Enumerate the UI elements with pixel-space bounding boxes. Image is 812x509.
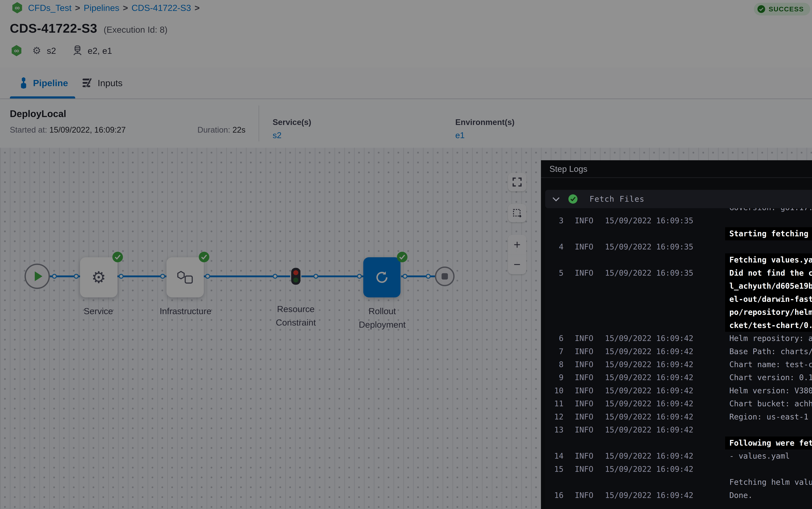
log-row: 5INFO15/09/2022 16:09:35Did not find the…	[545, 267, 812, 332]
log-messages: Fetching values.yaml from helm chart rep…	[729, 240, 812, 267]
log-row: 4INFO15/09/2022 16:09:35Fetching values.…	[545, 240, 812, 267]
log-message-line: Chart bucket: achhelmbucket	[729, 397, 812, 410]
spacer	[541, 178, 812, 190]
log-message-line: Done.	[729, 489, 812, 502]
log-row: 16INFO15/09/2022 16:09:42Done.	[545, 489, 812, 502]
log-message-line: Starting fetching Helm values	[729, 227, 812, 240]
log-message-line: Chart version: 0.1.0	[729, 371, 812, 384]
log-messages: Chart name: test-chart	[729, 358, 812, 371]
log-message-line: - values.yaml	[729, 449, 812, 463]
log-level: INFO	[575, 410, 593, 423]
log-messages: Chart version: 0.1.0	[729, 371, 812, 384]
log-messages: Done.	[729, 489, 812, 502]
log-message-line	[729, 214, 812, 227]
log-message-line: Helm repository: aws-qa-setup-modified	[729, 332, 812, 345]
step-name: Fetch Files	[590, 195, 644, 203]
log-line-number: 14	[545, 449, 563, 463]
log-message-line: Did not find the chart and version in lo…	[725, 267, 812, 332]
log-messages: Starting fetching Helm values	[729, 214, 812, 240]
chevron-down-icon[interactable]	[553, 194, 560, 201]
log-line-number: 3	[545, 214, 563, 227]
log-line-number: 9	[545, 371, 563, 384]
page: ∞ CFDs_Test>Pipelines>CDS-41722-S3> SUCC…	[0, 0, 812, 509]
log-row: 13INFO15/09/2022 16:09:42Following were …	[545, 423, 812, 449]
log-level: INFO	[575, 489, 593, 502]
log-level: INFO	[575, 384, 593, 397]
log-message-line: Fetching helm values completed successfu…	[729, 476, 812, 489]
log-line-number: 6	[545, 332, 563, 345]
log-message-line	[729, 423, 812, 436]
log-body[interactable]: GoVersion:"go1.17.5"}3INFO15/09/2022 16:…	[545, 208, 812, 509]
log-level: INFO	[575, 423, 593, 436]
log-messages: Following were fetched successfully :	[729, 423, 812, 449]
log-messages: Fetching helm values completed successfu…	[729, 463, 812, 489]
step-success-icon	[568, 194, 578, 203]
log-timestamp: 15/09/2022 16:09:42	[605, 397, 693, 410]
log-timestamp: 15/09/2022 16:09:35	[605, 267, 693, 279]
log-timestamp: 15/09/2022 16:09:42	[605, 358, 693, 371]
log-timestamp: 15/09/2022 16:09:35	[605, 240, 693, 253]
log-level: INFO	[575, 371, 593, 384]
log-timestamp: 15/09/2022 16:09:42	[605, 489, 693, 502]
step-logs-header: Step Logs Console View	[541, 160, 812, 178]
log-row: 8INFO15/09/2022 16:09:42Chart name: test…	[545, 358, 812, 371]
log-message-line: Following were fetched successfully :	[729, 437, 812, 449]
log-line-number: 8	[545, 358, 563, 371]
log-messages: Region: us-east-1	[729, 410, 812, 423]
log-message-line: Region: us-east-1	[729, 410, 812, 423]
log-row: 7INFO15/09/2022 16:09:42Base Path: chart…	[545, 345, 812, 358]
log-timestamp: 15/09/2022 16:09:42	[605, 410, 693, 423]
log-messages: Chart bucket: achhelmbucket	[729, 397, 812, 410]
log-line-number: 4	[545, 240, 563, 253]
step-row-fetch-files[interactable]: Fetch Files ↑ ↓ 9s	[545, 190, 812, 208]
check-icon	[570, 197, 576, 201]
log-level: INFO	[575, 449, 593, 463]
log-row: 9INFO15/09/2022 16:09:42Chart version: 0…	[545, 371, 812, 384]
log-level: INFO	[575, 267, 593, 279]
log-message-line: Chart name: test-chart	[729, 358, 812, 371]
log-timestamp: 15/09/2022 16:09:42	[605, 423, 693, 436]
log-row: 15INFO15/09/2022 16:09:42Fetching helm v…	[545, 463, 812, 489]
log-timestamp: 15/09/2022 16:09:42	[605, 449, 693, 463]
log-level: INFO	[575, 463, 593, 476]
log-row: 12INFO15/09/2022 16:09:42Region: us-east…	[545, 410, 812, 423]
log-messages: - values.yaml	[729, 449, 812, 463]
log-highlighted-text: Fetching values.yaml from helm chart rep…	[725, 253, 812, 266]
log-messages: Base Path: charts/	[729, 345, 812, 358]
log-timestamp: 15/09/2022 16:09:42	[605, 345, 693, 358]
log-messages: Helm version: V380	[729, 384, 812, 397]
log-message-line	[729, 240, 812, 253]
log-messages: Helm repository: aws-qa-setup-modified	[729, 332, 812, 345]
log-row: 11INFO15/09/2022 16:09:42Chart bucket: a…	[545, 397, 812, 410]
log-highlighted-text: Following were fetched successfully :	[725, 437, 812, 449]
log-level: INFO	[575, 332, 593, 345]
log-message-line: Base Path: charts/	[729, 345, 812, 358]
log-line-number: 7	[545, 345, 563, 358]
log-level: INFO	[575, 397, 593, 410]
step-logs-title: Step Logs	[549, 164, 587, 174]
log-level: INFO	[575, 214, 593, 227]
log-line-number: 12	[545, 410, 563, 423]
log-timestamp: 15/09/2022 16:09:42	[605, 463, 693, 476]
log-timestamp: 15/09/2022 16:09:42	[605, 332, 693, 345]
step-logs-panel: Step Logs Console View Fetch Files ↑ ↓ 9…	[541, 160, 812, 509]
log-line-number: 15	[545, 463, 563, 476]
log-level: INFO	[575, 358, 593, 371]
log-message-line: Fetching values.yaml from helm chart rep…	[729, 253, 812, 266]
log-level: INFO	[575, 240, 593, 253]
log-line-number: 13	[545, 423, 563, 436]
log-row: 10INFO15/09/2022 16:09:42Helm version: V…	[545, 384, 812, 397]
log-line-number: 5	[545, 267, 563, 279]
log-row: 3INFO15/09/2022 16:09:35Starting fetchin…	[545, 214, 812, 240]
log-line-number: 11	[545, 397, 563, 410]
log-timestamp: 15/09/2022 16:09:42	[605, 371, 693, 384]
log-message-line: Helm version: V380	[729, 384, 812, 397]
log-line-number: 10	[545, 384, 563, 397]
log-line-number: 16	[545, 489, 563, 502]
log-timestamp: 15/09/2022 16:09:42	[605, 384, 693, 397]
log-row: 14INFO15/09/2022 16:09:42- values.yaml	[545, 449, 812, 463]
log-highlighted-text: Starting fetching Helm values	[725, 227, 812, 240]
log-clipped-line: GoVersion:"go1.17.5"}	[729, 208, 812, 214]
log-messages: Did not find the chart and version in lo…	[729, 267, 812, 332]
log-message-line	[729, 463, 812, 476]
